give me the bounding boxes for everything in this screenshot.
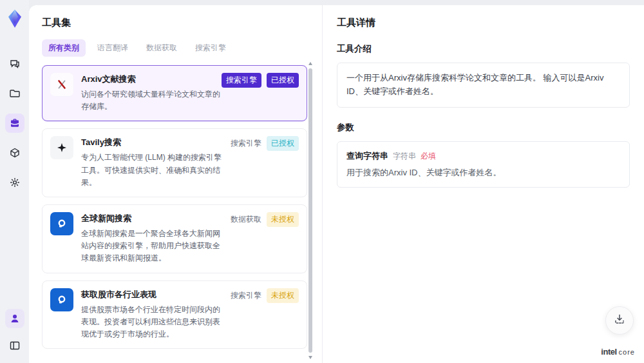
- toolbox-icon: [8, 117, 21, 130]
- tab-data-fetch[interactable]: 数据获取: [140, 39, 184, 57]
- core-wordmark: core: [619, 348, 635, 356]
- tool-description: 专为人工智能代理 (LLM) 构建的搜索引擎工具。可快速提供实时、准确和真实的结…: [81, 152, 223, 189]
- gear-icon: [8, 176, 21, 189]
- tool-card-sector-performance[interactable]: 获取股市各行业表现 提供股票市场各个行业在特定时间段内的表现。投资者可以利用这些…: [42, 280, 307, 349]
- package-icon: [8, 146, 21, 159]
- tool-description: 全球新闻搜索是一个聚合全球各大新闻网站内容的搜索引擎，帮助用户快速获取全球最新资…: [81, 228, 223, 265]
- intro-heading: 工具介绍: [337, 43, 630, 55]
- tab-search-engine[interactable]: 搜索引擎: [189, 39, 232, 57]
- auth-status-badge: 已授权: [267, 73, 299, 88]
- category-badge: 搜索引擎: [222, 73, 261, 88]
- panel-toggle-icon: [8, 339, 21, 352]
- main-content: 工具集 所有类别 语言翻译 数据获取 搜索引擎 Arxiv文献搜索 访问各个研究…: [29, 5, 644, 363]
- user-icon: [9, 313, 21, 324]
- tab-language-translation[interactable]: 语言翻译: [91, 39, 135, 57]
- tool-intro-text: 一个用于从Arxiv存储库搜索科学论文和文章的工具。 输入可以是Arxiv ID…: [337, 63, 630, 108]
- download-button[interactable]: [605, 306, 634, 335]
- auth-status-badge: 未授权: [267, 212, 299, 227]
- download-icon: [613, 313, 626, 328]
- tools-panel: 工具集 所有类别 语言翻译 数据获取 搜索引擎 Arxiv文献搜索 访问各个研究…: [29, 5, 322, 363]
- intel-core-logo: intel core: [601, 347, 635, 357]
- auth-status-badge: 已授权: [267, 136, 299, 151]
- tool-description: 提供股票市场各个行业在特定时间段内的表现。投资者可以利用这些信息来识别表现优于或…: [81, 304, 223, 341]
- tool-card-arxiv[interactable]: Arxiv文献搜索 访问各个研究领域大量科学论文和文章的存储库。 搜索引擎 已授…: [42, 65, 307, 121]
- folder-icon: [8, 87, 21, 100]
- tool-name: 获取股市各行业表现: [81, 289, 223, 300]
- auth-status-badge: 未授权: [267, 288, 299, 303]
- sidebar-item-account[interactable]: [5, 309, 24, 328]
- page-title: 工具集: [42, 17, 322, 29]
- tool-name: 全球新闻搜索: [81, 213, 223, 224]
- tool-card-tavily[interactable]: Tavily搜索 专为人工智能代理 (LLM) 构建的搜索引擎工具。可快速提供实…: [42, 128, 307, 197]
- app-logo-icon: [4, 8, 26, 30]
- news-search-logo-icon: [50, 212, 73, 235]
- tool-name: Arxiv文献搜索: [81, 74, 223, 85]
- scroll-up-arrow-icon[interactable]: [308, 62, 312, 65]
- params-heading: 参数: [337, 122, 630, 133]
- parameter-name: 查询字符串: [346, 150, 388, 162]
- sidebar-collapse-button[interactable]: [5, 336, 24, 355]
- parameter-description: 用于搜索的Arxiv ID、关键字或作者姓名。: [346, 167, 620, 179]
- category-badge: 数据获取: [231, 212, 261, 227]
- sidebar-item-chat[interactable]: [5, 54, 24, 74]
- parameter-item: 查询字符串 字符串 必填 用于搜索的Arxiv ID、关键字或作者姓名。: [337, 141, 630, 188]
- sidebar-item-settings[interactable]: [5, 173, 24, 192]
- intel-wordmark: intel: [601, 347, 616, 357]
- tool-name: Tavily搜索: [81, 137, 223, 148]
- sidebar-item-tools[interactable]: [5, 113, 24, 133]
- tavily-logo-icon: [50, 136, 73, 159]
- app-sidebar: [0, 0, 29, 363]
- tool-list: Arxiv文献搜索 访问各个研究领域大量科学论文和文章的存储库。 搜索引擎 已授…: [42, 65, 307, 349]
- parameter-type: 字符串: [393, 151, 416, 162]
- tool-card-global-news[interactable]: 全球新闻搜索 全球新闻搜索是一个聚合全球各大新闻网站内容的搜索引擎，帮助用户快速…: [42, 204, 307, 273]
- tool-description: 访问各个研究领域大量科学论文和文章的存储库。: [81, 88, 223, 113]
- sidebar-item-models[interactable]: [5, 143, 24, 162]
- chat-icon: [8, 57, 21, 70]
- details-title: 工具详情: [337, 17, 630, 29]
- tab-all-categories[interactable]: 所有类别: [42, 39, 86, 57]
- scrollbar-thumb[interactable]: [308, 68, 312, 353]
- sidebar-item-files[interactable]: [5, 84, 24, 103]
- arxiv-logo-icon: [50, 73, 73, 96]
- category-badge: 搜索引擎: [231, 136, 261, 151]
- category-tabs: 所有类别 语言翻译 数据获取 搜索引擎: [42, 39, 322, 57]
- category-badge: 搜索引擎: [231, 288, 261, 303]
- parameter-required-badge: 必填: [421, 151, 436, 162]
- stock-sector-logo-icon: [50, 288, 73, 311]
- tool-list-scrollbar[interactable]: [307, 62, 314, 359]
- scroll-down-arrow-icon[interactable]: [308, 356, 312, 359]
- tool-details-panel: 工具详情 工具介绍 一个用于从Arxiv存储库搜索科学论文和文章的工具。 输入可…: [322, 5, 644, 363]
